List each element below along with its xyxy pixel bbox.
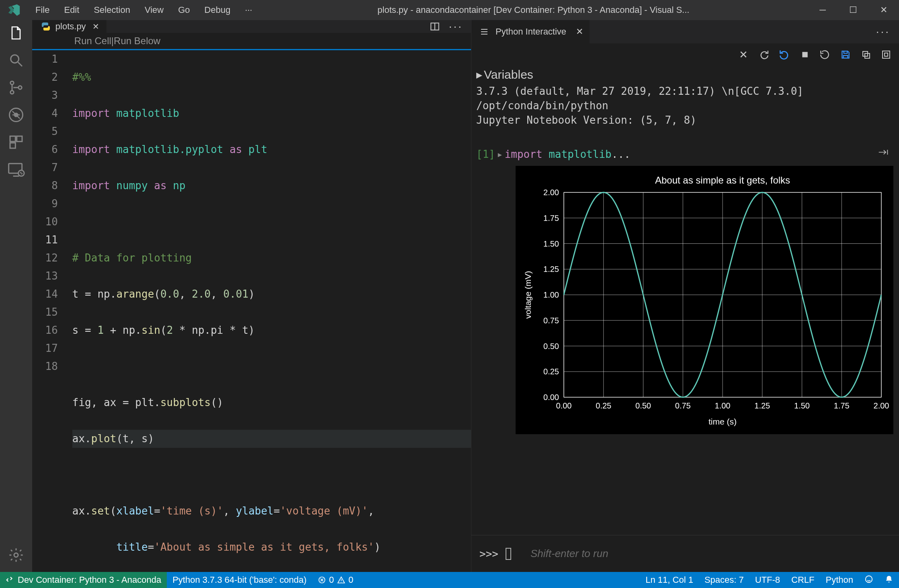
svg-text:1.25: 1.25	[754, 401, 770, 410]
svg-rect-18	[520, 172, 889, 429]
menu-selection[interactable]: Selection	[86, 5, 137, 15]
status-eol[interactable]: CRLF	[786, 575, 820, 585]
split-editor-icon[interactable]	[430, 21, 440, 32]
svg-text:1.00: 1.00	[715, 401, 731, 410]
svg-text:1.50: 1.50	[543, 239, 559, 248]
search-icon[interactable]	[7, 51, 25, 69]
remote-explorer-icon[interactable]	[7, 161, 25, 178]
stop-icon[interactable]	[801, 51, 809, 59]
tab-close-icon[interactable]: ✕	[91, 22, 101, 31]
svg-point-10	[18, 170, 24, 176]
editor-more-icon[interactable]: ···	[449, 20, 463, 33]
menu-bar: File Edit Selection View Go Debug ···	[28, 5, 260, 15]
cell-toggle-icon[interactable]: ▸	[497, 148, 503, 160]
python-interactive-panel: Python Interactive ✕ ··· ✕ ▸ Variables 3…	[471, 20, 899, 572]
svg-text:1.75: 1.75	[543, 214, 559, 223]
svg-point-60	[866, 576, 872, 583]
menu-file[interactable]: File	[28, 5, 57, 15]
svg-point-2	[10, 91, 14, 94]
cell-code-preview: import matplotlib...	[505, 148, 631, 160]
clear-icon[interactable]: ✕	[739, 49, 748, 61]
code-editor[interactable]: 123456789101112131415161718 #%% import m…	[32, 50, 471, 588]
interactive-tab-title: Python Interactive	[496, 27, 566, 37]
status-encoding[interactable]: UTF-8	[750, 575, 786, 585]
settings-gear-icon[interactable]	[7, 546, 25, 564]
svg-text:0.25: 0.25	[543, 367, 559, 376]
status-remote[interactable]: Dev Container: Python 3 - Anaconda	[0, 572, 167, 588]
title-bar: File Edit Selection View Go Debug ··· pl…	[0, 0, 899, 20]
undo-icon[interactable]	[779, 49, 790, 60]
svg-text:0.25: 0.25	[596, 401, 611, 410]
svg-text:0.75: 0.75	[543, 316, 559, 325]
minimize-button[interactable]: ─	[807, 5, 838, 15]
chevron-right-icon: ▸	[476, 67, 482, 82]
svg-text:2.00: 2.00	[874, 401, 889, 410]
svg-point-3	[18, 86, 22, 89]
explorer-icon[interactable]	[7, 24, 25, 42]
cell-output-header: [1] ▸ import matplotlib...	[471, 128, 899, 164]
cell-execution-count: [1]	[476, 148, 495, 160]
close-window-button[interactable]: ✕	[868, 5, 899, 15]
editor-group: plots.py ✕ ··· Run Cell | Run Below 1234…	[32, 20, 471, 572]
status-feedback-icon[interactable]	[859, 575, 879, 584]
interactive-tab[interactable]: Python Interactive ✕	[471, 20, 590, 43]
tab-filename: plots.py	[55, 21, 86, 32]
status-interpreter[interactable]: Python 3.7.3 64-bit ('base': conda)	[167, 572, 312, 588]
svg-rect-17	[885, 53, 888, 56]
svg-text:time (s): time (s)	[709, 417, 737, 426]
maximize-button[interactable]: ☐	[838, 5, 868, 15]
svg-text:0.50: 0.50	[635, 401, 651, 410]
prompt-marker: >>>	[479, 548, 498, 560]
svg-point-0	[11, 55, 19, 63]
menu-edit[interactable]: Edit	[57, 5, 86, 15]
vscode-logo-icon	[0, 3, 28, 17]
code-content[interactable]: #%% import matplotlib import matplotlib.…	[72, 50, 471, 588]
status-cursor-position[interactable]: Ln 11, Col 1	[640, 575, 699, 585]
svg-text:1.00: 1.00	[543, 290, 559, 299]
svg-text:0.50: 0.50	[543, 342, 559, 351]
menu-more[interactable]: ···	[238, 5, 259, 15]
menu-view[interactable]: View	[137, 5, 171, 15]
svg-rect-7	[17, 136, 22, 141]
run-cell-link[interactable]: Run Cell	[74, 35, 111, 47]
interactive-tab-close-icon[interactable]: ✕	[573, 27, 583, 37]
export-icon[interactable]	[861, 50, 871, 59]
interactive-more-icon[interactable]: ···	[876, 25, 899, 38]
expand-icon[interactable]	[881, 50, 891, 59]
status-problems[interactable]: 0 0	[312, 572, 359, 588]
variables-section[interactable]: ▸ Variables	[471, 66, 899, 83]
interactive-toolbar: ✕	[471, 43, 899, 66]
tab-plots-py[interactable]: plots.py ✕	[32, 20, 107, 33]
source-control-icon[interactable]	[7, 79, 25, 96]
svg-text:0.00: 0.00	[543, 393, 559, 402]
activity-bar	[0, 20, 32, 572]
save-icon[interactable]	[840, 49, 851, 60]
svg-text:0.75: 0.75	[675, 401, 691, 410]
line-number-gutter: 123456789101112131415161718	[32, 50, 72, 588]
menu-go[interactable]: Go	[171, 5, 197, 15]
extensions-icon[interactable]	[7, 133, 25, 151]
status-language[interactable]: Python	[820, 575, 859, 585]
svg-rect-16	[883, 51, 890, 58]
status-notifications-icon[interactable]	[879, 575, 899, 584]
status-indentation[interactable]: Spaces: 7	[699, 575, 750, 585]
debug-icon[interactable]	[7, 106, 25, 124]
run-below-link[interactable]: Run Below	[114, 35, 160, 47]
svg-text:1.75: 1.75	[834, 401, 850, 410]
text-cursor	[506, 548, 511, 560]
svg-text:0.00: 0.00	[556, 401, 572, 410]
input-hint: Shift-enter to run	[530, 547, 608, 560]
plot-output: About as simple as it gets, folks0.000.2…	[516, 166, 893, 434]
redo-icon[interactable]	[758, 49, 769, 60]
interactive-input[interactable]: >>> Shift-enter to run	[471, 535, 899, 572]
svg-point-11	[14, 553, 18, 557]
python-file-icon	[41, 22, 51, 31]
window-title: plots.py - anacondacontainer [Dev Contai…	[260, 5, 807, 15]
svg-text:1.50: 1.50	[794, 401, 810, 410]
goto-cell-icon[interactable]	[878, 148, 894, 156]
code-lens: Run Cell | Run Below	[32, 33, 471, 50]
svg-point-5	[14, 113, 18, 117]
menu-debug[interactable]: Debug	[197, 5, 238, 15]
restart-icon[interactable]	[819, 49, 830, 60]
svg-text:1.25: 1.25	[543, 265, 559, 274]
